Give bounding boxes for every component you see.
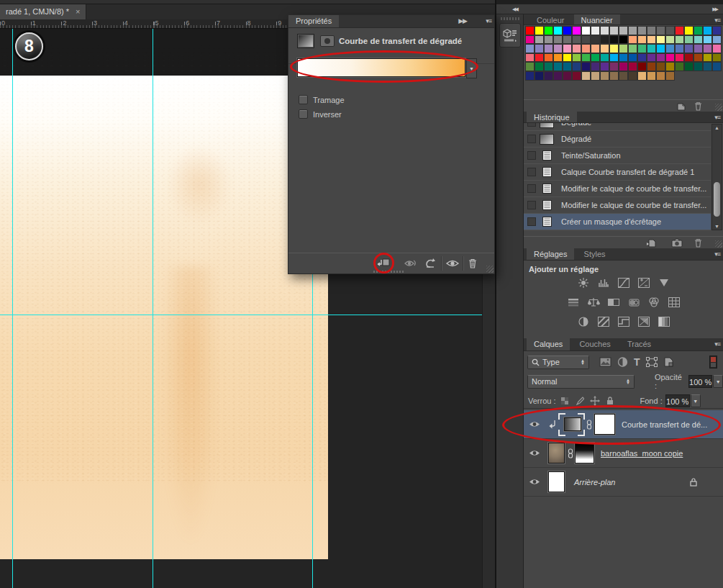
type-layer-filter-icon[interactable]: T <box>634 356 640 368</box>
color-swatch[interactable] <box>609 26 619 35</box>
color-swatch[interactable] <box>637 44 647 53</box>
threshold-icon[interactable] <box>617 316 630 327</box>
panel-corner-grip[interactable] <box>715 240 722 248</box>
color-swatch[interactable] <box>694 44 703 53</box>
invert-icon[interactable] <box>577 316 590 327</box>
color-swatch[interactable] <box>600 71 609 81</box>
color-swatch[interactable] <box>665 53 675 63</box>
color-swatch[interactable] <box>712 62 722 71</box>
lock-transparency-icon[interactable] <box>560 397 569 405</box>
vertical-guide[interactable] <box>153 29 153 588</box>
color-swatch[interactable] <box>703 53 712 63</box>
color-swatch[interactable] <box>600 62 609 71</box>
color-swatch[interactable] <box>581 71 591 81</box>
color-swatch[interactable] <box>619 71 628 81</box>
hue-saturation-icon[interactable] <box>567 297 580 308</box>
layer-thumbnail[interactable] <box>548 443 565 463</box>
color-swatch[interactable] <box>609 44 619 53</box>
collapse-dock-icon[interactable]: ◀◀ <box>512 6 517 12</box>
history-scrollbar[interactable]: ▲ ▼ <box>711 124 722 230</box>
color-swatch[interactable] <box>684 35 694 45</box>
scrollbar-thumb[interactable] <box>714 182 720 217</box>
color-swatch[interactable] <box>572 53 581 63</box>
color-swatch[interactable] <box>535 35 544 45</box>
color-swatch[interactable] <box>675 26 684 35</box>
color-swatch[interactable] <box>553 44 563 53</box>
layer-name[interactable]: Arrière-plan <box>574 478 615 487</box>
gradient-swatch-bar[interactable] <box>297 58 465 77</box>
posterize-icon[interactable] <box>597 316 610 327</box>
color-swatch[interactable] <box>535 53 544 63</box>
layer-thumbnail[interactable] <box>548 471 565 492</box>
panel-menu-icon[interactable]: ▾≡ <box>714 114 720 121</box>
color-swatch[interactable] <box>544 53 553 63</box>
color-swatch[interactable] <box>572 35 581 45</box>
layer-filter-toggle[interactable] <box>709 356 717 368</box>
lock-move-icon[interactable] <box>590 396 600 406</box>
color-swatch[interactable] <box>628 35 637 45</box>
color-swatch[interactable] <box>637 62 647 71</box>
color-swatch[interactable] <box>675 53 684 63</box>
color-swatch[interactable] <box>525 26 535 35</box>
color-swatch[interactable] <box>535 62 544 71</box>
color-swatch[interactable] <box>628 62 637 71</box>
color-swatch[interactable] <box>684 53 694 63</box>
delete-icon[interactable] <box>694 238 703 248</box>
color-swatch[interactable] <box>665 26 675 35</box>
color-swatch[interactable] <box>619 26 628 35</box>
document-tab[interactable]: radé 1, CMJN/8) *× <box>0 4 86 19</box>
panel-corner-grip[interactable] <box>715 104 722 111</box>
color-swatch[interactable] <box>535 44 544 53</box>
color-swatch[interactable] <box>637 35 647 45</box>
color-swatch[interactable] <box>628 53 637 63</box>
scroll-up-icon[interactable]: ▲ <box>714 125 719 130</box>
blend-mode-dropdown[interactable]: Normal ▲▼ <box>527 375 635 389</box>
color-swatch[interactable] <box>525 44 535 53</box>
color-swatch[interactable] <box>637 53 647 63</box>
panel-menu-icon[interactable]: ▾≡ <box>714 340 720 348</box>
dock-drag-grip[interactable] <box>501 17 519 20</box>
color-swatch[interactable] <box>703 44 712 53</box>
tab-nuancier[interactable]: Nuancier <box>574 14 620 24</box>
color-swatch[interactable] <box>525 53 535 63</box>
history-source-checkbox[interactable] <box>527 168 536 176</box>
vibrance-icon[interactable] <box>658 277 670 289</box>
color-swatch[interactable] <box>591 35 600 45</box>
tab-couches[interactable]: Couches <box>572 338 617 350</box>
color-swatch[interactable] <box>619 44 628 53</box>
color-balance-icon[interactable] <box>587 297 600 308</box>
color-swatch[interactable] <box>563 53 572 63</box>
color-swatch[interactable] <box>525 35 535 45</box>
gradient-map-icon[interactable] <box>637 316 650 327</box>
color-swatch[interactable] <box>544 44 553 53</box>
vertical-guide[interactable] <box>12 29 13 588</box>
color-swatch[interactable] <box>553 71 563 81</box>
color-swatch[interactable] <box>665 62 675 71</box>
collapse-panel-icon[interactable]: ▶▶ <box>458 17 467 24</box>
color-swatch[interactable] <box>591 26 600 35</box>
color-swatch[interactable] <box>591 53 600 63</box>
color-swatch[interactable] <box>619 62 628 71</box>
selective-color-icon[interactable] <box>658 316 670 327</box>
color-swatch[interactable] <box>694 62 703 71</box>
gradient-map-thumbnail[interactable] <box>564 417 581 431</box>
color-swatch[interactable] <box>591 71 600 81</box>
color-swatch[interactable] <box>600 26 609 35</box>
horizontal-guide[interactable] <box>0 315 482 315</box>
color-swatch[interactable] <box>665 44 675 53</box>
inverser-checkbox[interactable] <box>299 109 308 119</box>
color-swatch[interactable] <box>544 26 553 35</box>
canvas[interactable] <box>0 76 328 559</box>
color-swatch[interactable] <box>675 62 684 71</box>
history-item[interactable]: Teinte/Saturation <box>524 148 711 164</box>
color-swatch[interactable] <box>712 44 722 53</box>
color-swatch[interactable] <box>600 53 609 63</box>
color-swatch[interactable] <box>665 35 675 45</box>
color-swatch[interactable] <box>665 71 675 81</box>
color-swatch[interactable] <box>619 53 628 63</box>
color-swatch[interactable] <box>703 62 712 71</box>
exposure-icon[interactable] <box>637 277 650 289</box>
tab-proprietes[interactable]: Propriétés <box>288 15 339 27</box>
history-source-checkbox[interactable] <box>527 184 536 193</box>
layer-row-moon-copy[interactable]: barnoaflas_moon copie <box>524 439 723 468</box>
